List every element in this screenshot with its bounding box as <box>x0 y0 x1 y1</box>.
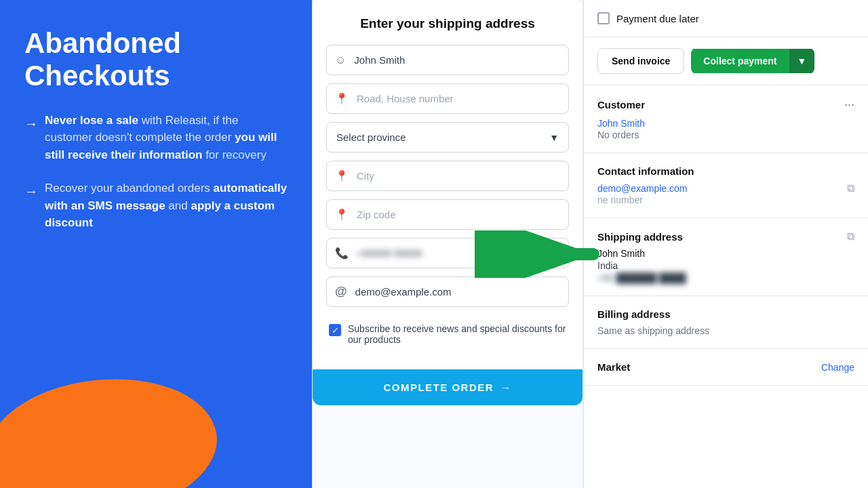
shipping-phone-row: +91 ██████ ████ <box>597 272 854 283</box>
billing-section-header: Billing address <box>597 308 854 320</box>
email-field[interactable]: @ <box>326 277 569 307</box>
bullet-arrow-1: → <box>24 113 38 134</box>
payment-due-checkbox[interactable] <box>597 12 610 24</box>
checkout-form-panel: Enter your shipping address ☺ 📍 Select p… <box>312 0 583 488</box>
send-invoice-button[interactable]: Send invoice <box>597 48 684 74</box>
shipping-section: Shipping address ⧉ John Smith India +91 … <box>584 218 868 296</box>
city-input[interactable] <box>357 161 568 190</box>
decorative-blob <box>0 361 227 488</box>
shipping-section-title: Shipping address <box>597 231 683 243</box>
subscribe-row: ✓ Subscribe to receive news and special … <box>326 315 569 353</box>
province-select[interactable]: Select province ▼ <box>326 122 569 152</box>
billing-section-title: Billing address <box>597 308 671 320</box>
phone-icon: 📞 <box>327 247 357 260</box>
bullet-arrow-2: → <box>24 181 38 201</box>
shipping-country: India <box>597 260 854 271</box>
market-change-link[interactable]: Change <box>821 362 854 373</box>
shipping-section-header: Shipping address ⧉ <box>597 230 854 243</box>
shipping-name: John Smith <box>597 248 854 259</box>
complete-order-button[interactable]: COMPLETE ORDER → <box>313 369 583 405</box>
email-input[interactable] <box>355 277 568 306</box>
bullet-text-2: Recover your abandoned orders automatica… <box>45 180 288 232</box>
contact-email-value: demo@example.com <box>597 183 688 194</box>
contact-section-header: Contact information <box>597 165 854 177</box>
subscribe-checkbox[interactable]: ✓ <box>329 324 341 336</box>
customer-section-title: Customer <box>597 99 645 110</box>
customer-section: Customer ··· John Smith No orders <box>584 85 868 153</box>
payment-due-label: Payment due later <box>616 13 699 24</box>
main-heading: Abandoned Checkouts <box>24 27 288 93</box>
location-icon-1: 📍 <box>327 92 357 105</box>
form-title: Enter your shipping address <box>326 16 569 31</box>
name-input[interactable] <box>354 45 568 75</box>
contact-phone-row: ne number <box>597 195 854 205</box>
right-panel: Payment due later Send invoice Collect p… <box>583 0 868 488</box>
location-icon-2: 📍 <box>327 169 357 182</box>
left-panel: Abandoned Checkouts → Never lose a sale … <box>0 0 312 488</box>
bullet-2: → Recover your abandoned orders automati… <box>24 180 288 232</box>
phone-input-blurred: +99999 99999 <box>357 239 568 268</box>
shipping-phone-blurred: +91 ██████ ████ <box>597 272 686 283</box>
bullet-1: → Never lose a sale with Releasit, if th… <box>24 112 288 164</box>
action-buttons-row: Send invoice Collect payment ▼ <box>584 37 868 85</box>
phone-field[interactable]: 📞 +99999 99999 <box>326 238 569 268</box>
address-field[interactable]: 📍 <box>326 83 569 114</box>
contact-section-title: Contact information <box>597 165 694 177</box>
contact-email-row: demo@example.com ⧉ <box>597 182 854 195</box>
province-label: Select province <box>336 131 406 143</box>
billing-section: Billing address Same as shipping address <box>584 296 868 349</box>
form-container: Enter your shipping address ☺ 📍 Select p… <box>313 0 583 369</box>
contact-section: Contact information demo@example.com ⧉ n… <box>584 153 868 218</box>
address-input[interactable] <box>357 84 568 113</box>
customer-name-link[interactable]: John Smith <box>597 118 645 129</box>
more-options-icon[interactable]: ··· <box>844 98 854 112</box>
complete-order-label: COMPLETE ORDER <box>383 382 494 393</box>
payment-due-row: Payment due later <box>584 0 868 37</box>
subscribe-label: Subscribe to receive news and special di… <box>348 323 566 345</box>
no-orders-label: No orders <box>597 129 854 140</box>
zip-input[interactable] <box>357 200 568 229</box>
contact-phone-placeholder: ne number <box>597 195 643 205</box>
billing-same-as-shipping: Same as shipping address <box>597 325 854 336</box>
collect-payment-button[interactable]: Collect payment ▼ <box>691 48 814 74</box>
customer-section-header: Customer ··· <box>597 98 854 112</box>
copy-email-icon[interactable]: ⧉ <box>847 182 854 195</box>
chevron-down-icon: ▼ <box>549 132 559 143</box>
copy-shipping-icon[interactable]: ⧉ <box>847 230 854 243</box>
collect-payment-main[interactable]: Collect payment <box>691 49 789 73</box>
zip-field[interactable]: 📍 <box>326 199 569 230</box>
market-section: Market Change <box>584 349 868 386</box>
complete-order-arrow-icon: → <box>500 382 512 393</box>
market-section-title: Market <box>597 361 630 373</box>
person-icon: ☺ <box>327 54 354 66</box>
city-field[interactable]: 📍 <box>326 161 569 191</box>
market-row: Market Change <box>597 361 854 373</box>
location-icon-3: 📍 <box>327 208 357 221</box>
collect-payment-dropdown-icon[interactable]: ▼ <box>789 49 815 73</box>
at-icon: @ <box>327 285 355 299</box>
bullet-text-1: Never lose a sale with Releasit, if the … <box>45 112 288 164</box>
name-field[interactable]: ☺ <box>326 45 569 75</box>
